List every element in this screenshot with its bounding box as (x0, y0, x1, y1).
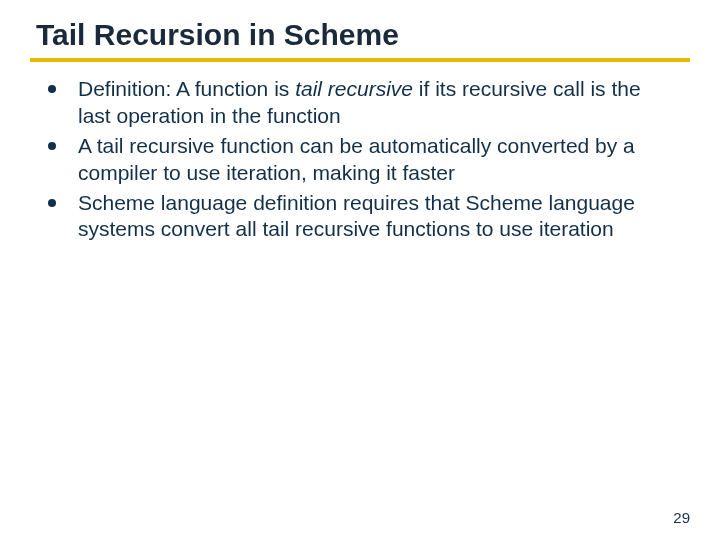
bullet-prefix: Definition: A function is (78, 77, 295, 100)
bullet-prefix: A tail recursive function can be automat… (78, 134, 635, 184)
slide-title: Tail Recursion in Scheme (36, 18, 690, 52)
bullet-prefix: Scheme language definition requires that… (78, 191, 635, 241)
bullet-text: A tail recursive function can be automat… (78, 133, 690, 187)
list-item: Definition: A function is tail recursive… (30, 76, 690, 130)
bullet-list: Definition: A function is tail recursive… (30, 76, 690, 243)
slide: Tail Recursion in Scheme Definition: A f… (0, 0, 720, 540)
bullet-text: Scheme language definition requires that… (78, 190, 690, 244)
list-item: A tail recursive function can be automat… (30, 133, 690, 187)
bullet-text: Definition: A function is tail recursive… (78, 76, 690, 130)
bullet-icon (48, 142, 56, 150)
bullet-em: tail recursive (295, 77, 413, 100)
bullet-icon (48, 85, 56, 93)
bullet-icon (48, 199, 56, 207)
list-item: Scheme language definition requires that… (30, 190, 690, 244)
title-rule (30, 58, 690, 62)
page-number: 29 (673, 509, 690, 526)
